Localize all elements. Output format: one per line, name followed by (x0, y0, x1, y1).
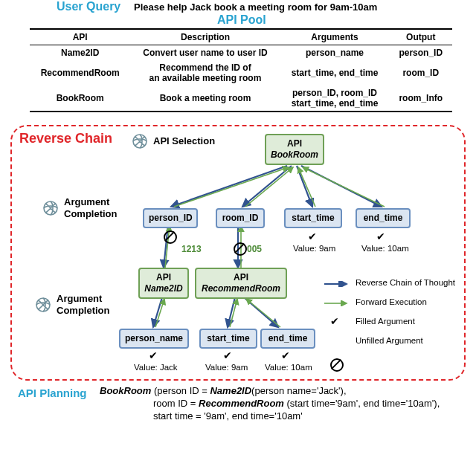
table-row: BookRoom Book a meeting room person_ID, … (30, 85, 452, 112)
unfilled-icon (234, 242, 245, 254)
legend-reverse-line (324, 281, 351, 287)
api-planning-code: BookRoom (person ID = Name2ID(person nam… (100, 385, 464, 423)
arg-comp-l1: Argument (64, 196, 118, 208)
value-person-name: Value: Jack (134, 363, 178, 372)
cell-desc: Recommend the ID of an available meeting… (130, 60, 280, 85)
legend-unfilled-icon (330, 358, 342, 370)
value-start-top: Value: 9am (293, 244, 335, 253)
cell-api: Name2ID (30, 45, 130, 61)
arg-comp-l2: Completion (57, 305, 110, 317)
node-person-name: person_name (119, 329, 189, 349)
edge-label-room-id: 005 (247, 244, 262, 254)
api-pool-table: API Description Arguments Output Name2ID… (30, 28, 452, 112)
filled-icon (376, 230, 385, 242)
cell-out: room_Info (389, 85, 452, 112)
cell-args-l2: start_time, end_time (288, 98, 382, 109)
step-arg-completion-2: Argument Completion (57, 293, 110, 316)
th-args: Arguments (280, 29, 390, 45)
th-desc: Description (130, 29, 280, 45)
openai-icon (131, 132, 149, 152)
planning-token: room ID = (153, 398, 199, 409)
cell-out: person_ID (389, 45, 452, 61)
legend-forward-line (324, 300, 351, 306)
edge-label-person-id: 1213 (181, 244, 202, 254)
cell-desc: Convert user name to user ID (130, 45, 280, 61)
legend-reverse: Reverse Chain of Thought (356, 278, 455, 287)
node-label-name: Name2ID (144, 283, 183, 294)
th-api: API (30, 29, 130, 45)
node-label-api: API (144, 272, 183, 283)
arg-comp-l2: Completion (64, 208, 118, 220)
node-label-api: API (201, 272, 281, 283)
planning-token: (person ID = (151, 385, 210, 396)
th-out: Output (389, 29, 452, 45)
node-start-time-top: start_time (284, 208, 342, 228)
planning-token: Name2ID (210, 385, 251, 396)
node-name2id: API Name2ID (138, 268, 189, 299)
planning-token: RecommendRoom (199, 398, 284, 409)
planning-token: (person name='Jack'), (251, 385, 346, 396)
filled-icon (149, 349, 158, 361)
node-label-name: BookRoom (271, 149, 318, 161)
planning-token: (start time='9am', end time='10am'), (284, 398, 440, 409)
openai-icon (42, 199, 60, 219)
cell-api: RecommendRoom (30, 60, 130, 85)
reverse-chain-title: Reverse Chain (19, 131, 112, 146)
value-start-bot: Value: 9am (205, 363, 248, 372)
filled-icon (281, 349, 290, 361)
legend-filled-icon (330, 315, 339, 327)
cell-args-l1: person_ID, room_ID (288, 88, 382, 98)
node-label-api: API (271, 138, 318, 149)
cell-out: room_ID (389, 60, 452, 85)
filled-icon (223, 349, 232, 361)
table-row: Name2ID Convert user name to user ID per… (30, 45, 452, 61)
step-arg-completion-1: Argument Completion (64, 196, 118, 219)
openai-icon (34, 296, 52, 316)
cell-desc-l2: an available meeting room (138, 73, 272, 83)
user-query-text: Please help Jack book a meeting room for… (134, 1, 377, 13)
cell-api: BookRoom (30, 85, 130, 112)
filled-icon (308, 230, 317, 242)
step-api-selection: API Selection (153, 135, 215, 146)
cell-desc-l1: Recommend the ID of (138, 62, 272, 73)
api-pool-label: API Pool (217, 13, 266, 27)
node-end-time-top: end_time (356, 208, 411, 228)
planning-token: start time = '9am', end time='10am' (153, 410, 303, 422)
value-end-bot: Value: 10am (265, 363, 312, 372)
planning-token: BookRoom (100, 385, 151, 396)
api-planning-label: API Planning (18, 387, 87, 399)
value-end-top: Value: 10am (361, 244, 409, 253)
cell-args: start_time, end_time (280, 60, 390, 85)
table-header: API Description Arguments Output (30, 29, 452, 45)
table-row: RecommendRoom Recommend the ID of an ava… (30, 60, 452, 85)
legend-forward: Forward Execution (356, 297, 427, 306)
node-recommendroom: API RecommendRoom (195, 268, 287, 299)
node-room-id: room_ID (216, 208, 265, 228)
node-label-name: RecommendRoom (201, 283, 281, 294)
cell-args: person_ID, room_ID start_time, end_time (280, 85, 390, 112)
cell-desc: Book a meeting room (130, 85, 280, 112)
legend-unfilled: Unfilled Argument (356, 336, 423, 345)
unfilled-icon (164, 230, 176, 242)
legend-filled: Filled Argument (356, 317, 415, 326)
arg-comp-l1: Argument (57, 293, 110, 305)
cell-args: person_name (280, 45, 390, 61)
node-bookroom: API BookRoom (265, 134, 324, 165)
node-end-time-bot: end_time (260, 329, 315, 349)
node-person-id: person_ID (143, 208, 198, 228)
user-query-label: User Query (57, 0, 120, 13)
node-start-time-bot: start_time (199, 329, 257, 349)
